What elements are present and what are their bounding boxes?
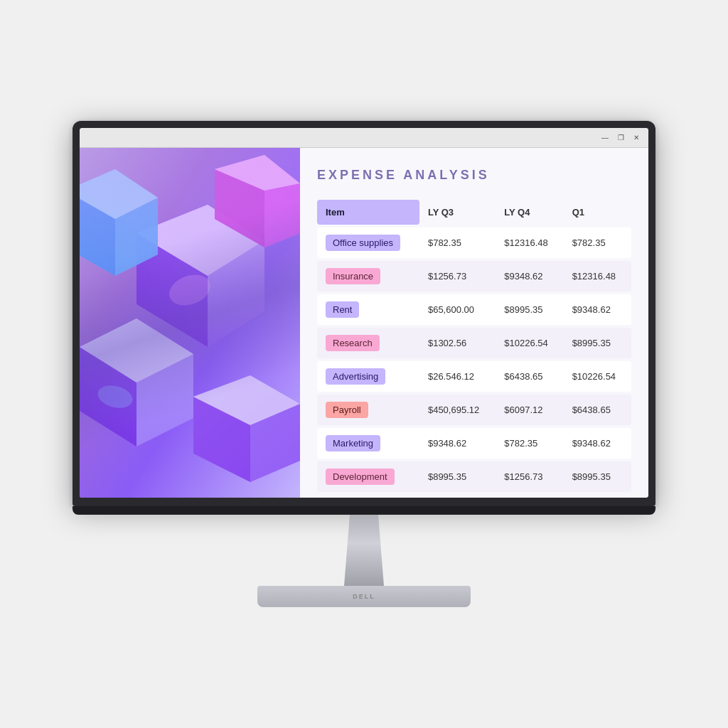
cell-lyq3: $1256.73 (419, 261, 496, 291)
cell-lyq3: $26.546.12 (419, 361, 496, 392)
stand-base (257, 586, 471, 607)
cell-q1: $782.35 (564, 228, 631, 258)
table-panel: EXPENSE ANALYSIS Item LY Q3 LY Q4 Q1 Off… (300, 148, 648, 498)
item-label: Advertising (326, 368, 385, 385)
cell-item: Payroll (317, 395, 419, 425)
minimize-button[interactable]: — (600, 133, 610, 143)
cell-q1: $8995.35 (564, 461, 631, 492)
svg-marker-5 (215, 155, 300, 247)
maximize-button[interactable]: ❐ (616, 133, 626, 143)
svg-marker-9 (80, 318, 193, 446)
cell-item: Advertising (317, 361, 419, 392)
cell-q1: $12316.48 (564, 261, 631, 291)
svg-marker-18 (193, 397, 250, 482)
item-label: Marketing (326, 435, 380, 451)
expense-title: EXPENSE ANALYSIS (317, 168, 631, 183)
table-row: Insurance$1256.73$9348.62$12316.48 (317, 261, 631, 291)
table-row: Payroll$450,695.12$6097.12$6438.65 (317, 395, 631, 425)
table-row: Office supplies$782.35$12316.48$782.35 (317, 228, 631, 258)
svg-marker-2 (136, 233, 208, 347)
art-panel (80, 148, 300, 498)
monitor-bezel: — ❐ ✕ (73, 121, 655, 506)
item-label: Rent (326, 301, 359, 318)
svg-rect-0 (80, 148, 300, 498)
cell-lyq3: $9348.62 (419, 428, 496, 459)
svg-marker-6 (215, 169, 264, 247)
item-label: Payroll (326, 402, 368, 418)
cell-lyq4: $1256.73 (496, 461, 563, 492)
expense-table: Item LY Q3 LY Q4 Q1 Office supplies$782.… (317, 197, 631, 495)
cell-lyq3: $450,695.12 (419, 395, 496, 425)
stand-neck (336, 515, 392, 586)
col-lyq4: LY Q4 (496, 200, 563, 225)
svg-marker-4 (136, 205, 264, 276)
cell-item: Rent (317, 294, 419, 325)
svg-marker-13 (80, 169, 158, 276)
svg-marker-12 (80, 318, 193, 382)
table-row: Rent$65,600.00$8995.35$9348.62 (317, 294, 631, 325)
cell-item: Marketing (317, 428, 419, 459)
svg-marker-10 (80, 347, 136, 446)
svg-marker-19 (193, 375, 300, 482)
cell-q1: $10226.54 (564, 361, 631, 392)
screen-content: EXPENSE ANALYSIS Item LY Q3 LY Q4 Q1 Off… (80, 148, 648, 498)
svg-marker-20 (193, 375, 300, 425)
svg-marker-7 (215, 155, 300, 247)
cell-lyq4: $6438.65 (496, 361, 563, 392)
col-q1: Q1 (564, 200, 631, 225)
svg-point-22 (95, 382, 135, 412)
item-label: Insurance (326, 268, 380, 284)
monitor-screen: — ❐ ✕ (80, 128, 648, 498)
col-lyq3: LY Q3 (419, 200, 496, 225)
cell-q1: $8995.35 (564, 328, 631, 358)
svg-marker-3 (136, 205, 264, 347)
col-item: Item (317, 200, 419, 225)
monitor: — ❐ ✕ (73, 121, 655, 607)
cell-lyq4: $10226.54 (496, 328, 563, 358)
cell-item: Research (317, 328, 419, 358)
svg-marker-14 (80, 191, 115, 276)
svg-marker-11 (80, 318, 193, 446)
cell-lyq3: $1302.56 (419, 328, 496, 358)
cell-lyq4: $782.35 (496, 428, 563, 459)
cell-lyq4: $8995.35 (496, 294, 563, 325)
svg-marker-17 (193, 375, 300, 482)
table-header-row: Item LY Q3 LY Q4 Q1 (317, 200, 631, 225)
cell-item: Office supplies (317, 228, 419, 258)
item-label: Development (326, 469, 395, 485)
item-label: Research (326, 335, 380, 351)
cell-lyq3: $782.35 (419, 228, 496, 258)
cell-lyq3: $65,600.00 (419, 294, 496, 325)
cell-q1: $9348.62 (564, 294, 631, 325)
svg-marker-16 (80, 169, 158, 219)
cell-q1: $9348.62 (564, 428, 631, 459)
table-row: Research$1302.56$10226.54$8995.35 (317, 328, 631, 358)
cell-lyq4: $12316.48 (496, 228, 563, 258)
close-button[interactable]: ✕ (631, 133, 641, 143)
cell-item: Insurance (317, 261, 419, 291)
monitor-stand (73, 506, 655, 607)
item-label: Office supplies (326, 235, 400, 251)
title-bar: — ❐ ✕ (80, 128, 648, 148)
abstract-art (80, 148, 300, 498)
table-row: Development$8995.35$1256.73$8995.35 (317, 461, 631, 492)
svg-point-21 (165, 269, 215, 311)
svg-marker-8 (215, 155, 300, 191)
cell-lyq4: $9348.62 (496, 261, 563, 291)
cell-q1: $6438.65 (564, 395, 631, 425)
monitor-bottom-bar (73, 506, 655, 515)
table-row: Advertising$26.546.12$6438.65$10226.54 (317, 361, 631, 392)
cell-lyq3: $8995.35 (419, 461, 496, 492)
svg-marker-15 (80, 169, 158, 276)
svg-marker-1 (136, 205, 264, 347)
table-row: Marketing$9348.62$782.35$9348.62 (317, 428, 631, 459)
cell-item: Development (317, 461, 419, 492)
cell-lyq4: $6097.12 (496, 395, 563, 425)
